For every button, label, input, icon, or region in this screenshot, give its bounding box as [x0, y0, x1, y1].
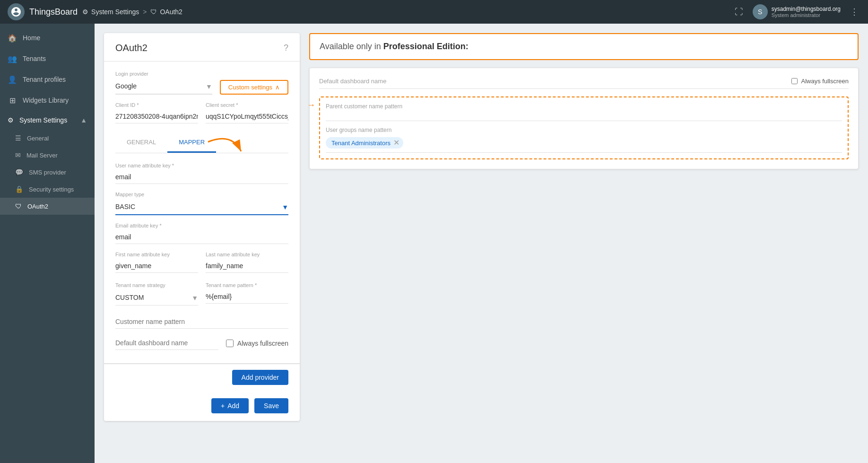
sidebar-item-widgets-library[interactable]: ⊞ Widgets Library [0, 90, 95, 111]
more-menu-button[interactable]: ⋮ [848, 5, 860, 19]
mapper-type-label: Mapper type [115, 192, 288, 197]
add-button[interactable]: + Add [211, 398, 249, 413]
tenant-strategy-label: Tenant name strategy [115, 282, 198, 288]
tenant-pattern-label: Tenant name pattern * [206, 282, 288, 288]
mapper-type-group: Mapper type BASIC CUSTOM GITHUB ▼ [115, 192, 288, 215]
security-icon: 🔒 [15, 185, 23, 193]
sidebar-sub-item-security-settings[interactable]: 🔒 Security settings [0, 181, 95, 198]
connector-arrow-icon: → [307, 100, 315, 110]
settings-icon: ⚙ [8, 116, 14, 124]
always-fullscreen-label[interactable]: Always fullscreen [237, 340, 288, 347]
tenants-icon: 👥 [8, 54, 17, 63]
chevron-up-icon: ▲ [80, 116, 87, 124]
pro-banner-text: Available only in [320, 42, 383, 51]
tenant-strategy-group: Tenant name strategy DOMAIN EMAIL CUSTOM… [115, 282, 198, 306]
sidebar-sub-item-oauth2[interactable]: 🛡 OAuth2 [0, 198, 95, 215]
customer-pattern-group [115, 315, 288, 329]
last-name-group: Last name attribute key [206, 252, 288, 273]
widgets-icon: ⊞ [8, 96, 17, 105]
login-provider-label: Login provider [115, 71, 212, 77]
pro-always-fullscreen-checkbox[interactable] [791, 78, 798, 84]
sidebar: 🏠 Home 👥 Tenants 👤 Tenant profiles ⊞ Wid… [0, 24, 95, 463]
tab-mapper[interactable]: Mapper [167, 133, 216, 153]
fullscreen-button[interactable]: ⛶ [733, 5, 745, 19]
user-name-attr-input[interactable] [115, 170, 288, 184]
chip-label: Tenant Administrators [331, 140, 391, 147]
sidebar-item-system-settings-label: System Settings [19, 116, 67, 124]
sidebar-item-home[interactable]: 🏠 Home [0, 27, 95, 48]
client-id-group: Client ID * [115, 102, 198, 123]
tenant-strategy-select[interactable]: DOMAIN EMAIL CUSTOM [115, 290, 198, 306]
tabs-bar: General Mapper [115, 133, 288, 153]
pro-parent-customer-group: Parent customer name pattern [326, 103, 842, 121]
pro-always-fullscreen-label[interactable]: Always fullscreen [801, 78, 849, 85]
sidebar-sub-item-security-label: Security settings [29, 186, 74, 193]
tenant-profiles-icon: 👤 [8, 75, 17, 84]
customer-pattern-input[interactable] [115, 315, 288, 329]
chevron-up-icon: ∧ [275, 84, 280, 91]
last-name-input[interactable] [206, 259, 288, 273]
sidebar-item-tenant-profiles-label: Tenant profiles [23, 76, 66, 83]
sidebar-sub-item-general[interactable]: ☰ General [0, 130, 95, 147]
sidebar-item-system-settings[interactable]: ⚙ System Settings ▲ [0, 111, 95, 130]
add-icon: + [221, 402, 225, 410]
gear-icon: ⚙ [82, 8, 88, 16]
pro-dashed-section: → Parent customer name pattern User grou… [319, 96, 849, 159]
tab-general[interactable]: General [115, 133, 167, 153]
topbar-right: ⛶ S sysadmin@thingsboard.org System admi… [733, 4, 860, 19]
pro-user-groups-label: User groups name pattern [326, 127, 842, 133]
email-attr-label: Email attribute key * [115, 223, 288, 228]
breadcrumb-settings[interactable]: ⚙ System Settings [82, 8, 139, 16]
chip-remove-button[interactable]: ✕ [393, 139, 399, 147]
sidebar-sub-item-mail-server[interactable]: ✉ Mail Server [0, 147, 95, 164]
main-content: OAuth2 ? Login provider Google Facebook [95, 24, 868, 463]
save-button[interactable]: Save [254, 398, 288, 413]
client-id-input[interactable] [115, 110, 198, 123]
app-name: ThingsBoard [29, 7, 78, 17]
user-details: sysadmin@thingsboard.org System administ… [772, 6, 841, 18]
pro-dashboard-row: Default dashboard name Always fullscreen [319, 78, 849, 89]
first-name-group: First name attribute key [115, 252, 198, 273]
general-icon: ☰ [15, 134, 21, 142]
first-name-input[interactable] [115, 259, 198, 273]
breadcrumb: ⚙ System Settings > 🛡 OAuth2 [82, 8, 182, 16]
pro-parent-field [326, 112, 842, 121]
pro-settings-card: Default dashboard name Always fullscreen… [309, 68, 859, 169]
sidebar-sub-item-general-label: General [27, 135, 49, 142]
sidebar-sub-item-mail-label: Mail Server [26, 152, 58, 159]
client-secret-input[interactable] [206, 110, 288, 123]
sidebar-sub-item-sms-label: SMS provider [29, 169, 66, 176]
sidebar-sub-item-sms-provider[interactable]: 💬 SMS provider [0, 164, 95, 181]
pro-user-groups-group: User groups name pattern Tenant Administ… [326, 127, 842, 153]
user-name-attr-group: User name attribute key * [115, 163, 288, 184]
pro-dashboard-label: Default dashboard name [319, 78, 386, 85]
add-provider-row: Add provider [104, 364, 300, 391]
sidebar-item-home-label: Home [23, 34, 40, 42]
help-icon[interactable]: ? [284, 43, 288, 53]
mail-icon: ✉ [15, 151, 21, 159]
user-info: S sysadmin@thingsboard.org System admini… [753, 4, 841, 19]
login-provider-select[interactable]: Google Facebook GitHub Custom [115, 79, 212, 95]
layout: 🏠 Home 👥 Tenants 👤 Tenant profiles ⊞ Wid… [0, 24, 868, 463]
first-name-label: First name attribute key [115, 252, 198, 257]
sidebar-item-widgets-label: Widgets Library [23, 96, 69, 104]
sms-icon: 💬 [15, 168, 23, 176]
topbar: ThingsBoard ⚙ System Settings > 🛡 OAuth2… [0, 0, 868, 24]
tenant-pattern-group: Tenant name pattern * [206, 282, 288, 306]
client-id-label: Client ID * [115, 102, 198, 108]
sidebar-item-tenant-profiles[interactable]: 👤 Tenant profiles [0, 69, 95, 90]
custom-settings-button[interactable]: Custom settings ∧ [220, 80, 288, 95]
last-name-label: Last name attribute key [206, 252, 288, 257]
pro-panel: Available only in Professional Edition: … [309, 33, 859, 421]
mapper-type-select[interactable]: BASIC CUSTOM GITHUB [115, 199, 288, 215]
provider-section: Login provider Google Facebook GitHub Cu… [104, 61, 300, 364]
user-email: sysadmin@thingsboard.org [772, 6, 841, 12]
dashboard-row: Always fullscreen [115, 336, 288, 350]
tenant-pattern-input[interactable] [206, 290, 288, 304]
default-dashboard-input[interactable] [115, 336, 218, 350]
email-attr-group: Email attribute key * [115, 223, 288, 244]
sidebar-item-tenants[interactable]: 👥 Tenants [0, 48, 95, 69]
email-attr-input[interactable] [115, 230, 288, 244]
add-provider-button[interactable]: Add provider [232, 370, 288, 385]
always-fullscreen-checkbox[interactable] [226, 340, 234, 347]
